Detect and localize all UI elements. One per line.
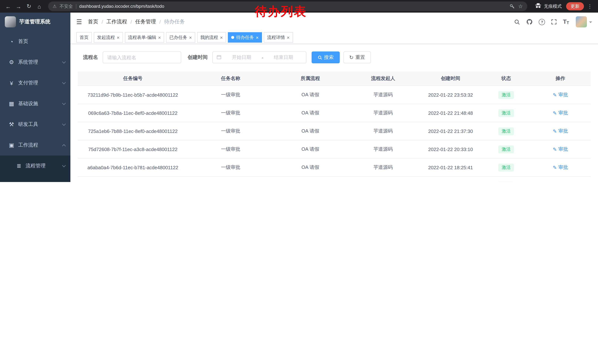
close-icon[interactable]: × — [287, 35, 290, 40]
cell-process: OA 请假 — [274, 91, 347, 98]
back-icon[interactable]: ← — [4, 3, 13, 9]
approve-link[interactable]: ✎ 审批 — [553, 110, 568, 116]
column-header-status: 状态 — [482, 75, 530, 82]
table-row: a6aba0a4-7b6d-11ec-b781-acde48001122 一级审… — [78, 159, 590, 177]
cell-actions: ✎ 审批 — [530, 164, 590, 171]
sidebar-collapse-icon[interactable]: ☰ — [76, 18, 82, 26]
security-label: 不安全 — [60, 3, 73, 9]
status-badge: 激活 — [498, 91, 514, 99]
user-avatar-menu[interactable] — [576, 16, 592, 27]
cell-process: OA 请假 — [274, 146, 347, 153]
column-header-process: 所属流程 — [274, 75, 347, 82]
sidebar-item-system-management[interactable]: ⚙ 系统管理 — [0, 52, 70, 73]
table-row: 069c6a63-7b8a-11ec-8ef0-acde48001122 一级审… — [78, 104, 590, 122]
close-icon[interactable]: × — [158, 35, 161, 40]
sidebar-item-task-management[interactable]: ⊟ 任务管理 — [0, 176, 70, 182]
close-icon[interactable]: × — [256, 35, 259, 40]
cell-starter: 芋道源码 — [347, 164, 419, 171]
column-header-starter: 流程发起人 — [347, 75, 419, 82]
tags-view-bar: 首页 发起流程 × 流程表单-编辑 × 已办任务 × 我的流程 × — [70, 31, 598, 44]
breadcrumb-current: 待办任务 — [164, 18, 185, 25]
date-range-picker[interactable]: 开始日期 - 结束日期 — [212, 51, 306, 63]
caret-down-icon — [589, 22, 592, 24]
github-icon[interactable] — [526, 18, 533, 25]
column-header-create-time: 创建时间 — [419, 75, 482, 82]
column-header-task-name: 任务名称 — [188, 75, 274, 82]
chevron-down-icon — [62, 81, 66, 84]
tab-done-tasks[interactable]: 已办任务 × — [166, 32, 195, 43]
process-name-input[interactable] — [102, 51, 181, 63]
sidebar-item-payment-management[interactable]: ¥ 支付管理 — [0, 73, 70, 93]
sidebar-item-workflow[interactable]: ▣ 工作流程 — [0, 135, 70, 155]
cell-create-time: 2022-01-22 21:48:48 — [419, 110, 482, 116]
header-actions: ? TT — [514, 16, 592, 27]
update-button[interactable]: 更新 — [566, 2, 584, 10]
tools-icon: ⚒ — [8, 121, 16, 128]
browser-menu-icon[interactable]: ⋮ — [585, 3, 594, 9]
cell-process: OA 请假 — [274, 164, 347, 171]
status-badge: 激活 — [498, 127, 514, 135]
breadcrumb-home[interactable]: 首页 — [88, 18, 98, 25]
cell-task-name: 一级审批 — [188, 110, 274, 116]
cell-task-id: 069c6a63-7b8a-11ec-8ef0-acde48001122 — [78, 110, 188, 116]
breadcrumb-workflow[interactable]: 工作流程 — [106, 18, 127, 25]
cell-task-name: 一级审批 — [188, 128, 274, 134]
tab-process-form-edit[interactable]: 流程表单-编辑 × — [125, 32, 164, 43]
table-row: 75d72608-7b7f-11ec-a3c8-acde48001122 一级审… — [78, 140, 590, 159]
sidebar-item-infrastructure[interactable]: ▦ 基础设施 — [0, 93, 70, 114]
sidebar-item-home[interactable]: ◔ 首页 — [0, 31, 70, 52]
edit-icon: ✎ — [553, 165, 557, 170]
text-size-icon[interactable]: TT — [563, 19, 569, 25]
forward-icon[interactable]: → — [14, 3, 23, 9]
chevron-down-icon — [62, 163, 66, 167]
help-icon[interactable]: ? — [539, 19, 545, 25]
tab-my-process[interactable]: 我的流程 × — [197, 32, 226, 43]
end-date-placeholder: 结束日期 — [265, 54, 302, 61]
sidebar-item-dev-tools[interactable]: ⚒ 研发工具 — [0, 114, 70, 135]
column-header-task-id: 任务编号 — [78, 75, 188, 82]
cell-starter: 芋道源码 — [347, 110, 419, 116]
status-badge: 激活 — [498, 182, 514, 182]
tab-process-detail[interactable]: 流程详情 × — [264, 32, 293, 43]
yen-icon: ¥ — [8, 80, 16, 86]
reload-icon[interactable]: ↻ — [25, 3, 33, 10]
status-badge: 激活 — [498, 145, 514, 153]
table-body: 73211d9d-7b9b-11ec-b5b7-acde48001122 一级审… — [78, 86, 590, 182]
password-key-icon[interactable] — [510, 4, 515, 9]
close-icon[interactable]: × — [220, 35, 223, 40]
close-icon[interactable]: × — [117, 35, 119, 40]
breadcrumb-task-management[interactable]: 任务管理 — [135, 18, 156, 25]
reset-button[interactable]: ↻ 重置 — [343, 51, 371, 63]
approve-link[interactable]: ✎ 审批 — [553, 164, 568, 171]
cell-create-time: 2022-01-22 21:37:30 — [419, 128, 482, 134]
close-icon[interactable]: × — [189, 35, 192, 40]
top-header: ☰ 首页 / 工作流程 / 任务管理 / 待办任务 — [70, 13, 598, 31]
sidebar: 芋道管理系统 ◔ 首页 ⚙ 系统管理 ¥ 支付管理 ▦ — [0, 13, 70, 182]
approve-link[interactable]: ✎ 审批 — [553, 128, 568, 134]
fullscreen-icon[interactable] — [551, 19, 557, 25]
refresh-icon: ↻ — [349, 55, 353, 60]
bookmark-star-icon[interactable]: ☆ — [518, 3, 523, 9]
cell-starter: 芋道源码 — [347, 146, 419, 153]
create-time-label: 创建时间 — [188, 54, 208, 61]
home-icon[interactable]: ⌂ — [35, 3, 44, 9]
approve-link[interactable]: ✎ 审批 — [553, 91, 568, 98]
tab-todo-tasks[interactable]: 待办任务 × — [228, 32, 262, 43]
sidebar-item-process-management[interactable]: ≣ 流程管理 — [0, 155, 70, 176]
approve-link[interactable]: ✎ 审批 — [553, 146, 568, 153]
workflow-icon: ▣ — [8, 142, 16, 148]
cell-task-id: 73211d9d-7b9b-11ec-b5b7-acde48001122 — [78, 92, 188, 97]
tab-start-process[interactable]: 发起流程 × — [94, 32, 123, 43]
todo-task-table: 任务编号 任务名称 所属流程 流程发起人 创建时间 状态 操作 73211d9d… — [78, 72, 590, 182]
search-button[interactable]: 搜索 — [311, 51, 340, 63]
breadcrumb: 首页 / 工作流程 / 任务管理 / 待办任务 — [88, 18, 185, 25]
search-icon[interactable] — [514, 19, 520, 25]
edit-icon: ✎ — [553, 111, 557, 115]
cell-actions: ✎ 审批 — [530, 146, 590, 153]
cell-starter: 芋道源码 — [347, 91, 419, 98]
workflow-submenu: ≣ 流程管理 ⊟ 任务管理 ❞ 我的流程 ◉ 待 — [0, 155, 70, 182]
filter-form: 流程名 创建时间 开始日期 - 结束日期 — [78, 51, 590, 63]
table-row: 73211d9d-7b9b-11ec-b5b7-acde48001122 一级审… — [78, 86, 590, 104]
cell-status: 激活 — [482, 145, 530, 153]
tab-home[interactable]: 首页 — [76, 32, 92, 43]
